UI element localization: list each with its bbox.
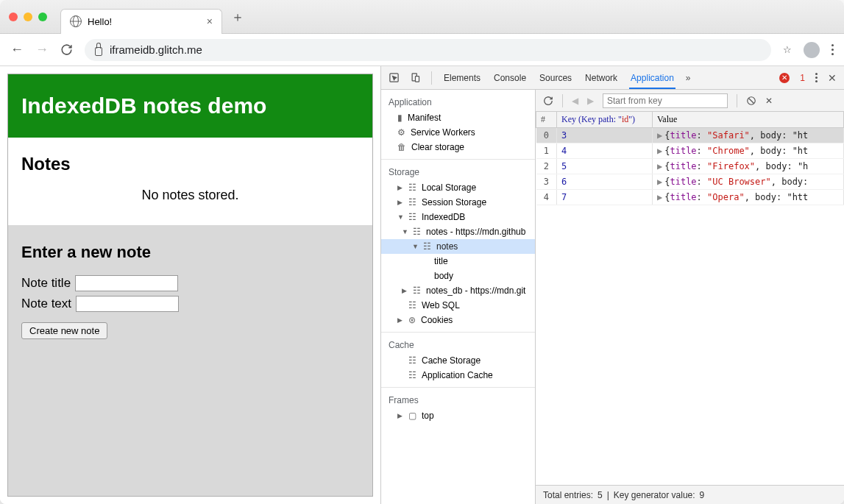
table-row[interactable]: 03▶{title: "Safari", body: "ht [536, 128, 844, 143]
tab-network[interactable]: Network [584, 73, 619, 83]
sidebar-group-application: Application [381, 94, 535, 110]
row-index: 4 [536, 190, 557, 205]
application-sidebar: Application ▮Manifest ⚙Service Workers 🗑… [381, 90, 536, 504]
table-row[interactable]: 14▶{title: "Chrome", body: "ht [536, 143, 844, 159]
database-icon: ☷ [408, 355, 416, 366]
no-notes-text: No notes stored. [21, 188, 359, 203]
divider [737, 94, 737, 107]
sidebar-item-idb-index-body[interactable]: body [381, 269, 535, 283]
idb-footer: Total entries: 5 | Key generator value: … [536, 485, 844, 504]
devtools-tab-strip: Elements Console Sources Network Applica… [381, 66, 844, 90]
sidebar-item-indexeddb[interactable]: ▼☷IndexedDB [381, 210, 535, 224]
storage-icon: ☷ [408, 197, 416, 207]
prev-page-icon[interactable]: ◀ [572, 96, 578, 106]
zoom-window-button[interactable] [38, 13, 47, 21]
tab-application[interactable]: Application [629, 73, 675, 89]
footer-entries-value: 5 [597, 490, 603, 500]
col-header-value[interactable]: Value [653, 112, 844, 128]
sidebar-item-idb-store-notes[interactable]: ▼☷notes [381, 239, 535, 254]
next-page-icon[interactable]: ▶ [587, 96, 594, 106]
tab-console[interactable]: Console [492, 73, 528, 83]
browser-tab[interactable]: Hello! × [60, 9, 222, 34]
sidebar-item-session-storage[interactable]: ▶☷Session Storage [381, 195, 535, 210]
star-icon[interactable]: ☆ [783, 44, 792, 55]
close-tab-icon[interactable]: × [207, 15, 213, 27]
delete-selected-icon[interactable]: ✕ [765, 96, 773, 106]
chevron-right-icon: ▶ [397, 412, 403, 419]
browser-menu-icon[interactable] [831, 44, 834, 55]
forward-button[interactable]: → [35, 42, 49, 57]
minimize-window-button[interactable] [24, 13, 32, 21]
close-window-button[interactable] [9, 13, 18, 21]
error-count: 1 [800, 73, 805, 83]
traffic-lights [9, 13, 47, 21]
row-index: 2 [536, 159, 557, 174]
row-key: 5 [557, 159, 653, 174]
chevron-right-icon: ▶ [397, 316, 403, 324]
table-row[interactable]: 47▶{title: "Opera", body: "htt [536, 190, 844, 205]
back-button[interactable]: ← [10, 42, 24, 57]
footer-gen-label: Key generator value: [614, 490, 695, 500]
page-header: IndexedDB notes demo [8, 74, 372, 138]
sidebar-item-idb-database[interactable]: ▼☷notes - https://mdn.github [381, 224, 535, 239]
database-icon: ☷ [408, 212, 416, 222]
row-index: 1 [536, 143, 557, 159]
page-viewport: IndexedDB notes demo Notes No notes stor… [0, 66, 380, 504]
sidebar-group-cache: Cache [381, 337, 535, 353]
profile-avatar[interactable] [804, 42, 820, 58]
tab-elements[interactable]: Elements [442, 73, 482, 83]
note-text-input[interactable] [76, 296, 179, 312]
svg-rect-2 [416, 77, 419, 82]
gear-icon: ⚙ [397, 127, 405, 138]
sidebar-group-frames: Frames [381, 392, 535, 408]
error-badge-icon[interactable]: ✕ [779, 73, 790, 83]
chevron-down-icon: ▼ [412, 243, 418, 250]
create-note-button[interactable]: Create new note [21, 322, 107, 339]
chevron-right-icon: ▶ [657, 161, 664, 171]
idb-table: # Key (Key path: "id") Value 03▶{title: … [536, 112, 844, 205]
label-note-text: Note text [21, 297, 71, 311]
col-header-index[interactable]: # [536, 112, 557, 128]
note-title-input[interactable] [75, 275, 178, 291]
table-row[interactable]: 25▶{title: "Firefox", body: "h [536, 159, 844, 174]
footer-gen-value: 9 [700, 490, 705, 500]
sidebar-item-cookies[interactable]: ▶⊛Cookies [381, 313, 535, 327]
sidebar-item-frame-top[interactable]: ▶▢top [381, 408, 535, 423]
trash-icon: 🗑 [397, 142, 406, 152]
sidebar-item-manifest[interactable]: ▮Manifest [381, 110, 535, 125]
table-row[interactable]: 36▶{title: "UC Browser", body: [536, 174, 844, 190]
reload-button[interactable] [60, 43, 73, 56]
sidebar-item-cache-storage[interactable]: ☷Cache Storage [381, 353, 535, 368]
omnibox[interactable]: iframeidb.glitch.me [85, 39, 771, 61]
tab-sources[interactable]: Sources [538, 73, 573, 83]
tab-title: Hello! [88, 16, 112, 27]
clear-store-icon[interactable] [746, 96, 756, 106]
row-key: 4 [557, 143, 653, 159]
refresh-icon[interactable] [543, 96, 553, 106]
database-icon: ☷ [413, 285, 421, 296]
new-tab-button[interactable]: ＋ [231, 8, 244, 26]
more-tabs-icon[interactable]: » [686, 73, 691, 83]
sidebar-item-clear-storage[interactable]: 🗑Clear storage [381, 140, 535, 155]
address-bar: ← → iframeidb.glitch.me ☆ [0, 34, 844, 66]
sidebar-item-service-workers[interactable]: ⚙Service Workers [381, 125, 535, 140]
col-header-key[interactable]: Key (Key path: "id") [557, 112, 653, 128]
inspect-icon[interactable] [389, 72, 400, 83]
sidebar-item-websql[interactable]: ☷Web SQL [381, 298, 535, 313]
sidebar-item-app-cache[interactable]: ☷Application Cache [381, 368, 535, 383]
database-icon: ☷ [408, 300, 416, 310]
row-value: ▶{title: "Firefox", body: "h [653, 159, 844, 174]
device-toggle-icon[interactable] [410, 72, 421, 83]
page-title: IndexedDB notes demo [21, 93, 359, 118]
storage-icon: ☷ [408, 182, 416, 193]
start-from-key-input[interactable] [603, 93, 728, 108]
lock-icon [95, 47, 102, 56]
devtools-close-icon[interactable]: ✕ [828, 72, 837, 84]
devtools-menu-icon[interactable] [815, 73, 818, 82]
sidebar-item-idb-index-title[interactable]: title [381, 254, 535, 269]
notes-heading: Notes [21, 154, 359, 174]
sidebar-item-local-storage[interactable]: ▶☷Local Storage [381, 180, 535, 195]
sidebar-item-idb-database2[interactable]: ▶☷notes_db - https://mdn.git [381, 283, 535, 298]
label-note-title: Note title [21, 276, 71, 291]
form-heading: Enter a new note [21, 243, 359, 262]
